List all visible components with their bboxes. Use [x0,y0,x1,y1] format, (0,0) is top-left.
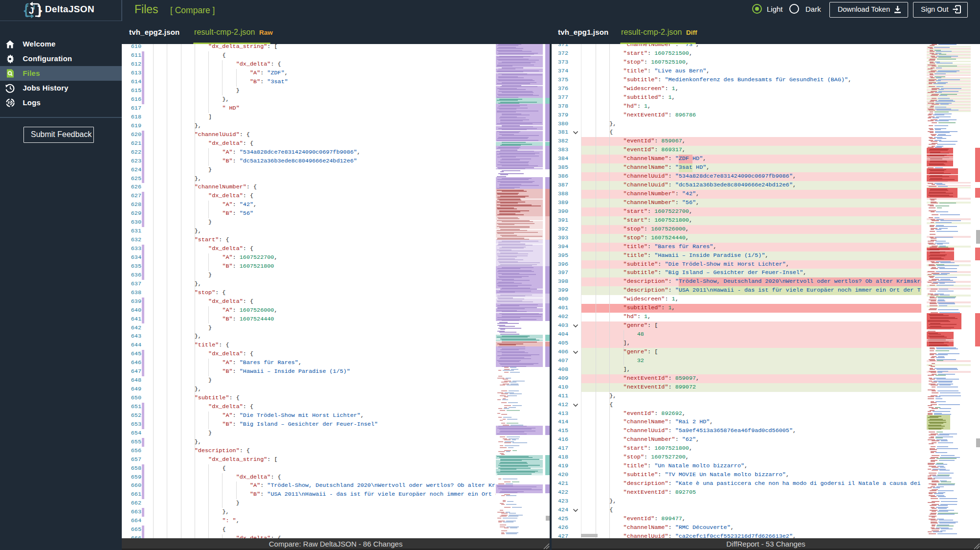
svg-text:{: { [24,3,29,17]
svg-text:}: } [38,3,43,17]
svg-text:J: J [29,5,34,16]
